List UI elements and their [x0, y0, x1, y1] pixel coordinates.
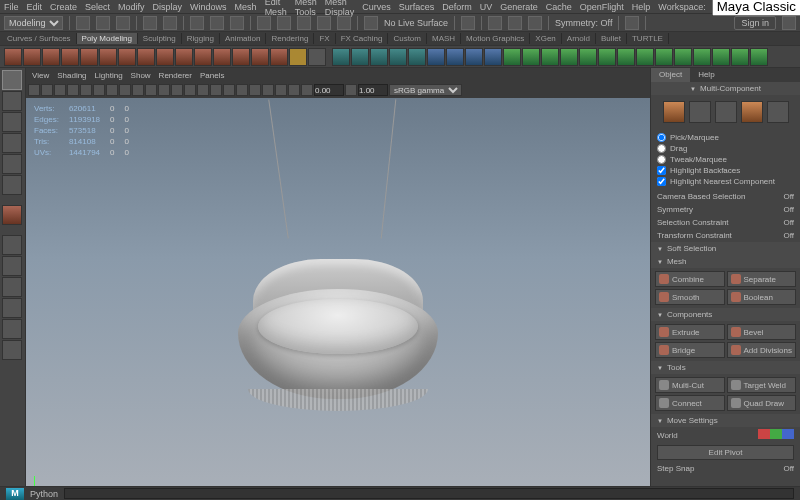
- lasso-icon[interactable]: [210, 16, 224, 30]
- highlight-backfaces-check[interactable]: [657, 166, 666, 175]
- soft-selection-header[interactable]: Soft Selection: [651, 242, 800, 255]
- gamma-field[interactable]: [358, 84, 388, 96]
- snap-point-icon[interactable]: [297, 16, 311, 30]
- render-icon[interactable]: [488, 16, 502, 30]
- construction-history-icon[interactable]: [461, 16, 475, 30]
- scale-tool-icon[interactable]: [2, 175, 22, 195]
- gate-mask-icon[interactable]: [145, 84, 157, 96]
- poly-cylinder-icon[interactable]: [42, 48, 60, 66]
- connect-icon[interactable]: [541, 48, 559, 66]
- snap-grid-icon[interactable]: [257, 16, 271, 30]
- axis-y-button[interactable]: [770, 429, 782, 439]
- snap-plane-icon[interactable]: [317, 16, 331, 30]
- drag-radio[interactable]: [657, 144, 666, 153]
- xgen-icon[interactable]: [625, 16, 639, 30]
- symmetry-label[interactable]: Symmetry: Off: [555, 18, 612, 28]
- symmetrize-icon[interactable]: [750, 48, 768, 66]
- exposure-icon[interactable]: [301, 84, 313, 96]
- subdiv-proxy-icon[interactable]: [408, 48, 426, 66]
- delete-edge-icon[interactable]: [674, 48, 692, 66]
- viewport[interactable]: Verts:62061100 Edges:119391800 Faces:573…: [26, 98, 650, 500]
- panel-show[interactable]: Show: [131, 71, 151, 80]
- edit-pivot-button[interactable]: Edit Pivot: [657, 445, 794, 460]
- script-language-label[interactable]: Python: [30, 489, 58, 499]
- paint-select-icon[interactable]: [230, 16, 244, 30]
- xray-icon[interactable]: [275, 84, 287, 96]
- shelf-tab-custom[interactable]: Custom: [388, 33, 427, 44]
- face-mode-icon[interactable]: [741, 101, 763, 123]
- isolate-select-icon[interactable]: [262, 84, 274, 96]
- tab-help[interactable]: Help: [690, 68, 722, 82]
- ipr-icon[interactable]: [508, 16, 522, 30]
- target-weld-icon[interactable]: [522, 48, 540, 66]
- symmetry-opt-value[interactable]: Off: [783, 205, 794, 214]
- bridge-icon[interactable]: [446, 48, 464, 66]
- append-icon[interactable]: [484, 48, 502, 66]
- highlight-nearest-check[interactable]: [657, 177, 666, 186]
- shelf-tab-mash[interactable]: MASH: [427, 33, 461, 44]
- axis-z-button[interactable]: [782, 429, 794, 439]
- image-plane-icon[interactable]: [67, 84, 79, 96]
- menu-edit[interactable]: Edit: [27, 2, 43, 12]
- menu-uv[interactable]: UV: [480, 2, 493, 12]
- exposure-field[interactable]: [314, 84, 344, 96]
- grid-icon[interactable]: [106, 84, 118, 96]
- shelf-tab-rendering[interactable]: Rendering: [266, 33, 314, 44]
- uv-mode-icon[interactable]: [767, 101, 789, 123]
- textured-icon[interactable]: [210, 84, 222, 96]
- view-transform-dropdown[interactable]: sRGB gamma: [389, 84, 462, 96]
- open-scene-icon[interactable]: [96, 16, 110, 30]
- paint-tool-icon[interactable]: [2, 112, 22, 132]
- bevel-icon[interactable]: [465, 48, 483, 66]
- collapse-icon[interactable]: [655, 48, 673, 66]
- shadows-icon[interactable]: [197, 84, 209, 96]
- edge-mode-icon[interactable]: [715, 101, 737, 123]
- anti-alias-icon[interactable]: [249, 84, 261, 96]
- select-camera-icon[interactable]: [28, 84, 40, 96]
- shelf-tab-motiongraphics[interactable]: Motion Graphics: [461, 33, 530, 44]
- camera-based-value[interactable]: Off: [783, 192, 794, 201]
- shelf-tab-fx[interactable]: FX: [314, 33, 335, 44]
- poly-pipe-icon[interactable]: [194, 48, 212, 66]
- panel-renderer[interactable]: Renderer: [159, 71, 192, 80]
- rotate-tool-icon[interactable]: [2, 154, 22, 174]
- multicut-icon[interactable]: [503, 48, 521, 66]
- shelf-tab-xgen[interactable]: XGen: [530, 33, 561, 44]
- snap-curve-icon[interactable]: [277, 16, 291, 30]
- hypershade-icon[interactable]: [2, 319, 22, 339]
- mesh-header[interactable]: Mesh: [651, 255, 800, 268]
- panel-shading[interactable]: Shading: [57, 71, 86, 80]
- combine-icon[interactable]: [332, 48, 350, 66]
- components-header[interactable]: Components: [651, 308, 800, 321]
- poly-gear-icon[interactable]: [232, 48, 250, 66]
- resolution-gate-icon[interactable]: [132, 84, 144, 96]
- menu-curves[interactable]: Curves: [362, 2, 391, 12]
- sign-in-button[interactable]: Sign in: [734, 16, 776, 30]
- bridge-button[interactable]: Bridge: [655, 342, 725, 358]
- shelf-tab-bullet[interactable]: Bullet: [596, 33, 627, 44]
- shelf-tab-curves[interactable]: Curves / Surfaces: [2, 33, 77, 44]
- crease-icon[interactable]: [617, 48, 635, 66]
- marketplace-icon[interactable]: [782, 16, 796, 30]
- menu-deform[interactable]: Deform: [442, 2, 472, 12]
- poly-torus-icon[interactable]: [80, 48, 98, 66]
- edge-flow-icon[interactable]: [693, 48, 711, 66]
- motion-blur-icon[interactable]: [236, 84, 248, 96]
- use-lights-icon[interactable]: [184, 84, 196, 96]
- menu-create[interactable]: Create: [50, 2, 77, 12]
- poly-cube-icon[interactable]: [23, 48, 41, 66]
- shelf-tab-polymodeling[interactable]: Poly Modeling: [77, 33, 138, 44]
- menuset-dropdown[interactable]: Modeling: [4, 16, 63, 30]
- redo-icon[interactable]: [163, 16, 177, 30]
- separate-button[interactable]: Separate: [727, 271, 797, 287]
- circularize-icon[interactable]: [636, 48, 654, 66]
- multi-component-header[interactable]: Multi-Component: [651, 82, 800, 95]
- menu-select[interactable]: Select: [85, 2, 110, 12]
- panel-panels[interactable]: Panels: [200, 71, 224, 80]
- new-scene-icon[interactable]: [76, 16, 90, 30]
- pick-marquee-radio[interactable]: [657, 133, 666, 142]
- film-gate-icon[interactable]: [119, 84, 131, 96]
- live-surface-icon[interactable]: [364, 16, 378, 30]
- snap-live-icon[interactable]: [337, 16, 351, 30]
- persp-outliner-icon[interactable]: [2, 277, 22, 297]
